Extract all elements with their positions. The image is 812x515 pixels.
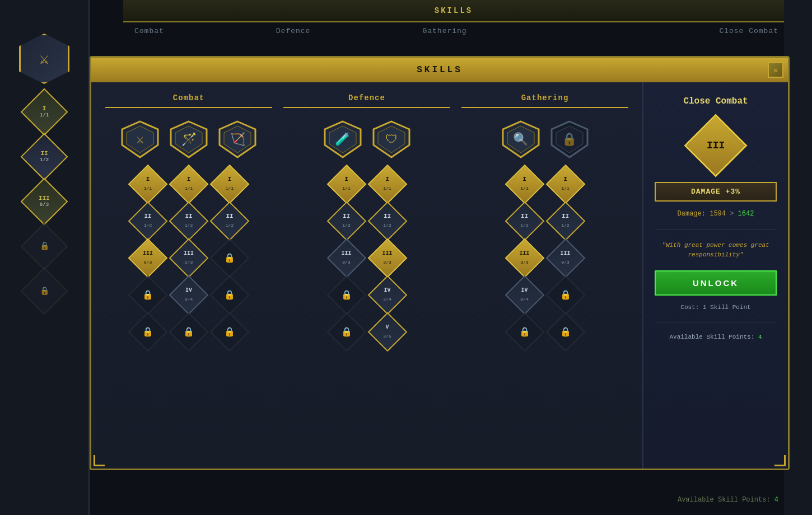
skill-lock-gather-V: 🔒 xyxy=(549,316,582,348)
sidebar-level-III: III 0/3 xyxy=(39,195,50,208)
sidebar-diamond-II[interactable]: II 1/2 xyxy=(21,133,68,181)
gathering-title: Gathering xyxy=(456,93,634,102)
gathering-row-I: I 1/1 I 1/1 xyxy=(456,168,634,200)
shield-bow[interactable]: 🏹 xyxy=(217,119,258,160)
shield-shield[interactable]: 🛡 xyxy=(371,119,412,160)
skill-search-III[interactable]: III 3/3 xyxy=(508,242,541,274)
skill-shield-V[interactable]: V 3/5 xyxy=(371,316,404,348)
category-combat: Combat xyxy=(100,93,278,108)
skill-rows: I 1/1 I 1/1 xyxy=(100,168,634,457)
bg-nav-combat: Combat xyxy=(134,27,164,35)
skill-potion-I[interactable]: I 1/1 xyxy=(330,168,363,200)
diamond-content: I 1/1 xyxy=(342,176,350,193)
damage-arrow: > xyxy=(730,210,738,218)
shield-close-combat[interactable]: ⚔ xyxy=(120,119,160,160)
modal-close-button[interactable]: ✕ xyxy=(768,62,783,78)
skill-wand-I[interactable]: I 1/1 xyxy=(172,168,205,200)
bg-nav-gathering: Gathering xyxy=(422,27,466,35)
diamond-content: I 1/1 xyxy=(520,176,528,193)
combat-line xyxy=(105,107,272,108)
search-icon: 🔍 xyxy=(513,132,528,147)
bottom-available-count: 4 xyxy=(774,496,778,504)
skill-shield-III[interactable]: III 3/3 xyxy=(371,242,404,274)
skill-bow-IV: 🔒 xyxy=(213,279,246,311)
skill-close-combat-IV: 🔒 xyxy=(132,279,164,311)
lock-icon: 🔒 xyxy=(142,289,153,301)
skill-close-combat-V: 🔒 xyxy=(132,316,164,348)
shield-search[interactable]: 🔍 xyxy=(501,119,541,160)
sidebar-diamond-V: 🔒 xyxy=(21,268,68,315)
defence-title: Defence xyxy=(278,93,456,102)
combat-title: Combat xyxy=(100,93,278,102)
diamond-content: IV 2/4 xyxy=(383,287,391,303)
lock-icon: 🔒 xyxy=(341,326,352,338)
detail-divider-1 xyxy=(655,229,777,230)
gathering-icons: 🔍 🔒 xyxy=(456,119,634,160)
defence-row-II: II 1/2 II 1/2 xyxy=(278,205,456,237)
sidebar-item-III[interactable]: III 0/3 xyxy=(27,185,61,218)
skill-search-II[interactable]: II 1/2 xyxy=(508,205,541,237)
sidebar-item-II[interactable]: II 1/2 xyxy=(27,140,61,174)
sidebar-item-I[interactable]: I 1/1 xyxy=(27,95,61,129)
skill-lock-gather-II[interactable]: II 1/2 xyxy=(549,205,582,237)
skill-row-II: II 1/2 II 1/2 xyxy=(100,205,634,237)
skill-wand-IV[interactable]: IV 0/4 xyxy=(172,279,205,311)
damage-new: 1642 xyxy=(738,210,754,218)
skill-lock-gather-IV: 🔒 xyxy=(549,279,582,311)
skill-shield-I[interactable]: I 1/1 xyxy=(371,168,404,200)
detail-skill-name: Close Combat xyxy=(683,96,748,106)
diamond-content: II 1/2 xyxy=(226,213,234,230)
shield-potion[interactable]: 🧪 xyxy=(323,119,363,160)
unlock-button[interactable]: UNLOCK xyxy=(655,270,777,296)
top-bar: SKILLS xyxy=(123,0,784,22)
diamond-content: I 1/1 xyxy=(144,176,152,193)
sidebar-diamond-III[interactable]: III 0/3 xyxy=(21,178,68,226)
gathering-line xyxy=(461,107,628,108)
skill-close-combat-II[interactable]: II 1/2 xyxy=(132,205,164,237)
combat-row-I: I 1/1 I 1/1 xyxy=(100,168,278,200)
skill-wand-III[interactable]: III 2/3 xyxy=(172,242,205,274)
skill-search-I[interactable]: I 1/1 xyxy=(508,168,541,200)
skill-search-IV[interactable]: IV 0/4 xyxy=(508,279,541,311)
available-label: Available Skill Points: xyxy=(669,334,754,340)
skill-wand-II[interactable]: II 1/2 xyxy=(172,205,205,237)
skill-shield-II[interactable]: II 1/2 xyxy=(371,205,404,237)
damage-button[interactable]: DAMAGE +3% xyxy=(655,182,777,202)
modal-body: Combat Defence Gathering xyxy=(91,82,788,469)
skill-lock-gather-III[interactable]: III 0/3 xyxy=(549,242,582,274)
lock-icon: 🔒 xyxy=(560,326,571,338)
skill-potion-II[interactable]: II 1/2 xyxy=(330,205,363,237)
shield-icon: 🛡 xyxy=(385,132,398,147)
skill-close-combat-I[interactable]: I 1/1 xyxy=(132,168,164,200)
combat-row-III: III 0/3 III 2/3 xyxy=(100,242,278,274)
sidebar-lock-IV: 🔒 xyxy=(40,242,49,251)
diamond-content: III 0/3 xyxy=(143,250,153,266)
diamond-content: II 1/2 xyxy=(144,213,152,230)
skills-modal: SKILLS ✕ Combat Defence Gathering xyxy=(90,56,790,470)
gathering-row-III: III 3/3 III 0/3 xyxy=(456,242,634,274)
lock-icon: 🔒 xyxy=(183,326,194,338)
skill-row-I: I 1/1 I 1/1 xyxy=(100,168,634,200)
diamond-content: IV 0/4 xyxy=(520,287,528,303)
detail-level-container: III xyxy=(693,120,738,171)
skill-close-combat-III[interactable]: III 0/3 xyxy=(132,242,164,274)
skill-bow-II[interactable]: II 1/2 xyxy=(213,205,246,237)
shield-wand[interactable]: 🪄 xyxy=(169,119,209,160)
skill-bow-I[interactable]: I 1/1 xyxy=(213,168,246,200)
available-skill-points: Available Skill Points: 4 xyxy=(669,334,762,340)
sidebar-diamond-IV: 🔒 xyxy=(21,223,68,270)
defence-line xyxy=(283,107,450,108)
gathering-row-IV: IV 0/4 🔒 xyxy=(456,279,634,311)
sidebar-diamond-I[interactable]: I 1/1 xyxy=(21,88,68,136)
skill-potion-V: 🔒 xyxy=(330,316,363,348)
skill-potion-III[interactable]: III 0/3 xyxy=(330,242,363,274)
sidebar-main-icon: ⚔ xyxy=(19,34,69,84)
diamond-content: I 1/1 xyxy=(561,176,569,193)
diamond-content: II 1/2 xyxy=(383,213,391,230)
skill-lock-gather-I[interactable]: I 1/1 xyxy=(549,168,582,200)
sidebar-lock-V: 🔒 xyxy=(40,287,49,296)
bg-nav-defence: Defence xyxy=(276,27,311,35)
skill-shield-IV[interactable]: IV 2/4 xyxy=(371,279,404,311)
category-gathering: Gathering xyxy=(456,93,634,108)
diamond-content: III 0/3 xyxy=(560,250,570,266)
